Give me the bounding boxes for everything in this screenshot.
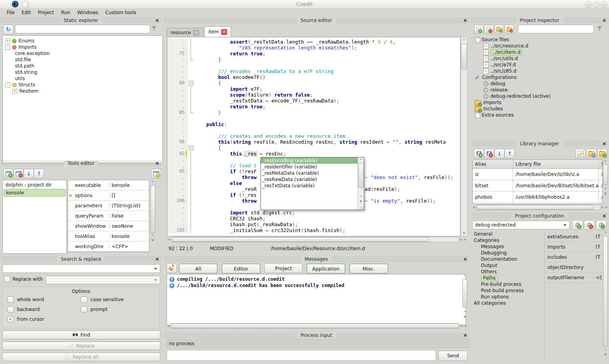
category-tree-item[interactable]: Run options — [472, 294, 541, 300]
library-row[interactable]: iz/home/basile/Dev/Iz/lib/iz.a/ho — [473, 169, 602, 180]
project-tree-item[interactable]: ›Imports — [472, 99, 608, 106]
filter-project[interactable]: Project — [264, 263, 303, 273]
menu-item-edit[interactable]: Edit — [18, 9, 34, 16]
expander-icon[interactable]: - — [5, 82, 10, 88]
remove-library-button[interactable]: − — [484, 149, 494, 158]
project-tree-item[interactable]: Source files — [472, 37, 608, 43]
tool-property-row[interactable]: >options[] — [68, 190, 149, 201]
tab-item[interactable]: item× — [204, 26, 231, 37]
expander-icon[interactable]: + — [5, 38, 10, 44]
category-tree-item[interactable]: Messages — [472, 243, 541, 250]
completion-item[interactable]: _resTxtData (variable) — [261, 183, 358, 189]
category-tree-item[interactable]: Documentation — [472, 256, 541, 262]
replace-all-button[interactable]: Replace all — [2, 353, 160, 361]
category-tree-item[interactable]: All categories — [472, 300, 541, 306]
configuration-scrollbar[interactable]: ^ ^v — [603, 231, 608, 360]
find-button[interactable]: Find — [2, 331, 160, 339]
send-button[interactable]: Send — [438, 351, 468, 361]
tree-item[interactable]: -Structs — [4, 82, 161, 88]
tool-property-row[interactable]: executablekonsole — [68, 180, 149, 190]
clear-messages-button[interactable] — [167, 263, 177, 273]
category-tree-item[interactable]: Debugging — [472, 250, 541, 256]
tab-resource[interactable]: resource× — [167, 28, 203, 37]
messages-list[interactable]: icompiling /.../build/resource.d.coediti… — [167, 274, 466, 325]
remove-configuration-button[interactable]: − — [584, 220, 595, 230]
checkbox-whole-word[interactable] — [7, 296, 14, 303]
tool-list-item[interactable]: konsole — [4, 189, 66, 197]
tree-item[interactable]: std.string — [4, 69, 161, 75]
maximize-button[interactable]: ^ — [593, 1, 600, 8]
tool-remove-button[interactable]: − — [13, 169, 24, 178]
message-row[interactable]: i/.../build/resource.d.coedit has been s… — [169, 282, 463, 289]
library-vertical-scrollbar[interactable]: ^ ^v — [603, 159, 608, 203]
filter-application[interactable]: Application — [306, 263, 345, 274]
tree-item[interactable]: +ResItem — [4, 88, 161, 94]
library-row[interactable]: phobos/usr/lib64/libphobos2.a/us — [473, 192, 602, 203]
library-horizontal-scrollbar[interactable]: < <> — [472, 205, 608, 210]
tree-item[interactable]: -Imports — [4, 44, 161, 50]
tool-move-down-button[interactable]: ↓ — [24, 169, 34, 178]
checkbox-from-cursor[interactable]: ✓ — [7, 316, 14, 322]
project-tree-item[interactable]: ../src/item.d — [472, 49, 608, 55]
menu-item-file[interactable]: File — [3, 9, 18, 16]
resize-grip[interactable] — [360, 206, 363, 209]
tool-property-row[interactable]: toolAliaskonsole — [68, 231, 149, 241]
checkbox-backward[interactable] — [7, 306, 14, 313]
source-editor-close-icon[interactable]: × — [463, 17, 467, 24]
add-library-button[interactable]: + — [474, 149, 484, 158]
category-tree-item[interactable]: Paths — [472, 275, 541, 281]
add-folder-button[interactable]: + — [494, 25, 504, 33]
editor-horizontal-scrollbar[interactable]: < <> — [167, 237, 467, 242]
config-property-row[interactable]: imports(T — [545, 242, 602, 252]
tool-property-row[interactable]: parameters(TStringList) — [68, 201, 149, 211]
config-property-row[interactable]: objectDirectory — [545, 262, 602, 273]
remove-folder-button[interactable]: − — [504, 25, 514, 33]
static-explorer-filter-input[interactable] — [15, 25, 150, 33]
project-tree-item[interactable]: Configurations — [472, 74, 608, 80]
category-tree-item[interactable]: General — [472, 231, 541, 237]
expander-icon[interactable]: - — [5, 45, 10, 50]
add-source-button[interactable]: + — [474, 25, 483, 33]
configuration-selector-combobox[interactable]: debug-redirected — [472, 221, 570, 229]
tool-property-row[interactable]: workingDire<CFP> — [68, 241, 149, 252]
tool-add-button[interactable]: + — [3, 169, 13, 178]
process-input-close-icon[interactable]: × — [463, 332, 467, 338]
completion-item[interactable]: _resEncoding (variable) — [261, 157, 358, 164]
project-configuration-close-icon[interactable]: × — [602, 213, 606, 219]
project-inspector-filter-input[interactable] — [518, 25, 594, 33]
tool-run-button[interactable]: ⚡ — [151, 169, 161, 178]
tree-item[interactable]: utils — [4, 75, 161, 82]
remove-source-button[interactable]: − — [484, 25, 493, 33]
library-add-folder-button[interactable]: + — [597, 149, 607, 158]
process-input-field[interactable] — [167, 350, 436, 361]
message-row[interactable]: icompiling /.../build/resource.d.coedit — [169, 276, 463, 282]
project-tree-item[interactable]: ../src/resource.d — [472, 43, 608, 49]
category-tree-item[interactable]: Output — [472, 262, 541, 269]
project-tree-item[interactable]: ../src/utils.d — [472, 55, 608, 62]
project-tree-item[interactable]: ›Includes — [472, 106, 608, 112]
menu-item-custom-tools[interactable]: Custom tools — [102, 9, 140, 16]
library-from-folder-button[interactable]: * — [586, 149, 596, 158]
project-tree-item[interactable]: debug-redirected (active) — [472, 93, 608, 99]
editor-vertical-scrollbar[interactable]: ^ v — [460, 37, 468, 236]
tree-item[interactable]: std.path — [4, 63, 161, 69]
category-tree-item[interactable]: Post-build process — [472, 287, 541, 294]
library-move-down-button[interactable]: ↓ — [494, 149, 504, 158]
tab-close-icon[interactable]: × — [221, 29, 227, 35]
replace-button[interactable]: Replace — [2, 342, 160, 350]
messages-vertical-scrollbar[interactable]: ^ ^v — [462, 274, 468, 321]
tool-list-item[interactable]: dolphin - project dir — [4, 181, 66, 189]
project-inspector-close-icon[interactable]: × — [602, 17, 606, 24]
add-configuration-button[interactable]: + — [572, 220, 583, 230]
completion-item[interactable]: _resRawData (variable) — [261, 176, 358, 183]
category-tree-item[interactable]: Categories — [472, 237, 541, 243]
code-editor[interactable]: .assert(_resTxtData.length == _resRawDat… — [167, 37, 460, 236]
replace-term-combobox[interactable] — [46, 276, 160, 284]
clone-configuration-button[interactable]: › — [596, 220, 607, 230]
category-tree-item[interactable]: Others — [472, 269, 541, 275]
library-manager-close-icon[interactable]: × — [602, 141, 606, 147]
static-explorer-refresh-button[interactable]: ↻ — [3, 25, 13, 34]
config-property-row[interactable]: extraSources(T — [545, 232, 602, 242]
menu-item-windows[interactable]: Windows — [73, 9, 102, 16]
tab-close-icon[interactable]: × — [193, 30, 199, 36]
